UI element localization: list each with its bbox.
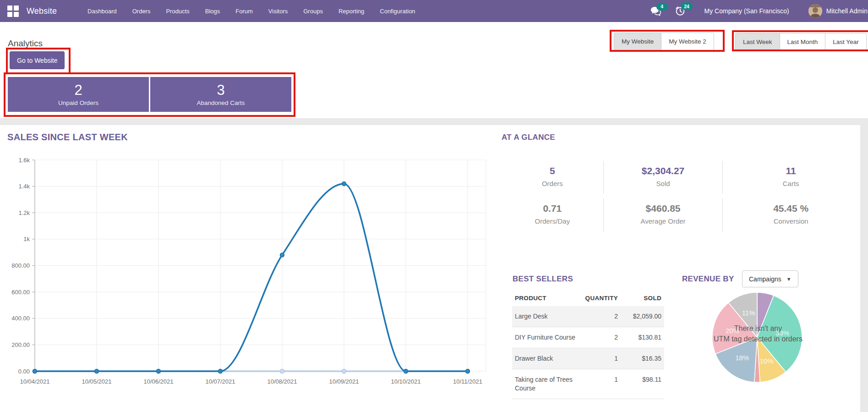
product-cell: Drawer Black (512, 348, 582, 369)
y-tick-label: 1k (23, 236, 30, 242)
y-tick-label: 1.6k (18, 157, 30, 164)
avatar[interactable] (808, 4, 822, 18)
product-cell: DIY Furniture Course (512, 327, 582, 348)
stat-label: Abandoned Carts (197, 99, 245, 106)
sold-cell: $2,059.00 (621, 306, 664, 327)
sold-cell: $98.11 (621, 369, 664, 399)
messages-badge: 4 (656, 3, 668, 11)
x-tick-label: 10/05/2021 (82, 378, 111, 385)
data-point-sales_previous_week (280, 369, 284, 374)
period-switcher-last-month[interactable]: Last Month (780, 33, 826, 51)
column-header-sold: SOLD (621, 292, 664, 306)
data-point-sales_current_week (342, 182, 346, 186)
stat-cards-row: 2Unpaid Orders3Abandoned Carts (8, 77, 291, 112)
stat-card-abandoned-carts[interactable]: 3Abandoned Carts (150, 77, 291, 112)
glance-metric-orders: 5Orders (502, 161, 603, 194)
messages-icon[interactable]: 4 (650, 6, 661, 16)
quantity-cell: 2 (582, 327, 621, 348)
at-a-glance-heading: AT A GLANCE (502, 133, 555, 142)
nav-item-groups[interactable]: Groups (295, 0, 331, 22)
sales-line-chart: 1.6k1.4k1.2k1k800.00600.00400.00200.000.… (5, 153, 495, 396)
glance-value: 11 (723, 165, 859, 176)
y-tick-label: 1.2k (18, 209, 30, 216)
glance-row: 0.71Orders/Day$460.85Average Order45.45 … (502, 198, 859, 231)
nav-item-dashboard[interactable]: Dashboard (80, 0, 125, 22)
best-sellers-header-row: PRODUCTQUANTITYSOLD (512, 292, 664, 306)
nav-menu: DashboardOrdersProductsBlogsForumVisitor… (80, 0, 423, 22)
glance-value: $460.85 (604, 203, 723, 214)
data-point-sales_current_week (157, 369, 161, 374)
quantity-cell: 2 (582, 306, 621, 327)
analytics-dashboard-page: { "navbar": { "brand": "Website", "menu"… (0, 0, 868, 412)
glance-value: 5 (502, 165, 603, 176)
campaigns-dropdown[interactable]: Campaigns ▼ (742, 270, 798, 287)
user-menu[interactable]: Mitchell Admin (826, 7, 868, 15)
glance-value: 0.71 (502, 203, 603, 214)
sales-chart-heading: SALES SINCE LAST WEEK (7, 132, 128, 143)
quantity-cell: 1 (582, 369, 621, 399)
x-tick-label: 10/06/2021 (143, 378, 173, 385)
table-row-drawer-black: Drawer Black1$16.35 (512, 348, 664, 369)
x-tick-label: 10/10/2021 (391, 378, 420, 385)
nav-item-products[interactable]: Products (158, 0, 197, 22)
nav-item-orders[interactable]: Orders (125, 0, 158, 22)
data-point-sales_current_week (218, 369, 223, 374)
nav-item-visitors[interactable]: Visitors (261, 0, 295, 22)
glance-metric-carts: 11Carts (722, 161, 859, 194)
glance-metric-average-order: $460.85Average Order (603, 198, 723, 231)
data-point-sales_current_week (33, 369, 37, 374)
glance-value: $2,304.27 (604, 165, 723, 176)
pie-slice-label: 20% (726, 327, 739, 335)
glance-metric-sold: $2,304.27Sold (603, 161, 723, 194)
best-sellers-table: PRODUCTQUANTITYSOLD Large Desk2$2,059.00… (512, 292, 664, 399)
chevron-down-icon: ▼ (786, 276, 792, 282)
stat-label: Unpaid Orders (58, 99, 98, 106)
glance-label: Orders/Day (502, 217, 603, 225)
period-switcher-last-year[interactable]: Last Year (825, 33, 866, 51)
y-tick-label: 800.00 (11, 262, 30, 269)
x-tick-label: 10/11/2021 (453, 378, 482, 385)
navbar-right: 4 24 My Company (San Francisco) Mitchell… (650, 0, 868, 22)
glance-label: Conversion (723, 217, 859, 225)
glance-row: 5Orders$2,304.27Sold11Carts (502, 161, 859, 194)
y-tick-label: 0.00 (18, 368, 30, 375)
glance-label: Carts (723, 180, 859, 187)
product-cell: Taking care of Trees Course (512, 369, 582, 399)
pie-slice-label: 18% (735, 354, 749, 362)
table-row-diy-furniture-course: DIY Furniture Course2$130.81 (512, 327, 664, 348)
data-point-sales_current_week (466, 369, 470, 374)
at-a-glance-grid: 5Orders$2,304.27Sold11Carts0.71Orders/Da… (502, 161, 859, 236)
nav-item-blogs[interactable]: Blogs (197, 0, 228, 22)
y-tick-label: 1.4k (18, 183, 30, 190)
avatar-image (808, 4, 822, 18)
glance-label: Orders (502, 180, 603, 187)
data-point-sales_current_week (95, 369, 99, 374)
glance-label: Sold (604, 180, 723, 187)
pie-slice-label: 10% (760, 357, 774, 365)
nav-item-reporting[interactable]: Reporting (331, 0, 372, 22)
revenue-pie-chart: 33%10%18%20%11% (711, 292, 803, 384)
website-switcher: My WebsiteMy Website 2 (614, 33, 714, 50)
go-to-website-button[interactable]: Go to Website (10, 51, 65, 69)
x-tick-label: 10/07/2021 (205, 378, 235, 385)
website-switcher-my-website[interactable]: My Website (614, 33, 661, 50)
app-brand[interactable]: Website (27, 6, 57, 16)
stat-card-unpaid-orders[interactable]: 2Unpaid Orders (8, 77, 149, 112)
activities-badge: 24 (681, 2, 693, 10)
y-tick-label: 200.00 (11, 341, 30, 348)
activities-icon[interactable]: 24 (675, 6, 685, 16)
apps-menu-icon[interactable] (7, 5, 19, 17)
table-row-taking-care-of-trees-course: Taking care of Trees Course1$98.11 (512, 369, 664, 399)
glance-metric-conversion: 45.45 %Conversion (722, 198, 859, 231)
data-point-sales_current_week (280, 253, 284, 257)
website-switcher-my-website-2[interactable]: My Website 2 (661, 33, 714, 50)
page-title: Analytics (8, 38, 43, 49)
data-point-sales_current_week (404, 369, 408, 374)
nav-item-forum[interactable]: Forum (228, 0, 261, 22)
stat-value: 3 (217, 82, 224, 98)
x-tick-label: 10/09/2021 (329, 378, 359, 385)
company-switcher[interactable]: My Company (San Francisco) (704, 7, 789, 15)
best-sellers-heading: BEST SELLERS (513, 275, 573, 284)
nav-item-configuration[interactable]: Configuration (372, 0, 423, 22)
period-switcher-last-week[interactable]: Last Week (735, 33, 780, 51)
